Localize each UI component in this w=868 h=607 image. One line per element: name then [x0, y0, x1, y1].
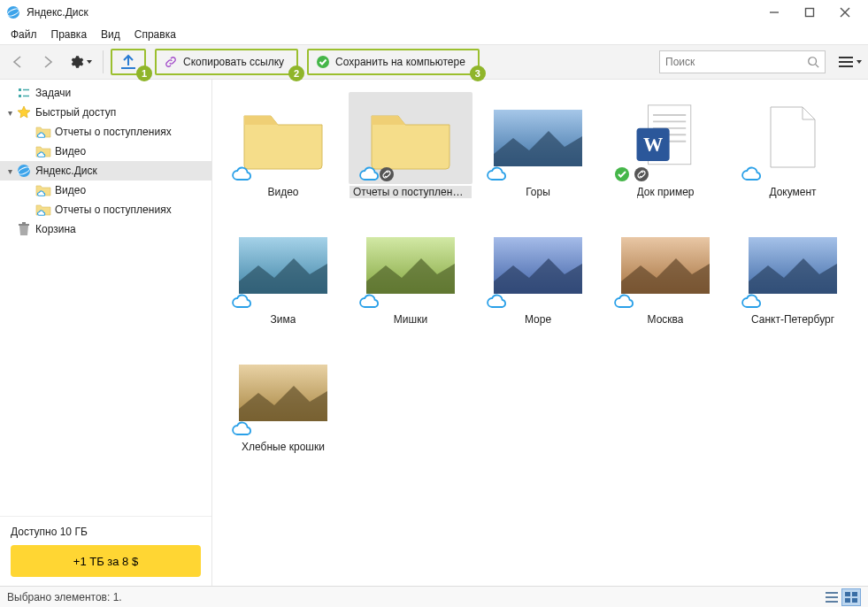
- tree-item-qa-video[interactable]: Видео: [0, 142, 211, 161]
- search-icon: [807, 56, 819, 68]
- tree-item-yd-reports[interactable]: Отчеты о поступлениях: [0, 200, 211, 219]
- tree-item-quick[interactable]: ▾Быстрый доступ: [0, 103, 211, 122]
- file-item[interactable]: Море: [476, 219, 600, 326]
- titlebar: Яндекс.Диск: [0, 0, 868, 25]
- folder-cloud-icon: [35, 143, 51, 159]
- view-mode-menu[interactable]: [838, 56, 863, 68]
- svg-rect-14: [19, 88, 21, 91]
- buy-storage-button[interactable]: +1 ТБ за 8 $: [11, 545, 201, 577]
- tasks-icon: [16, 85, 32, 101]
- thumbnail: [476, 92, 600, 184]
- cloud-icon: [232, 294, 253, 310]
- synced-icon: [614, 166, 630, 182]
- tree-item-yadisk[interactable]: ▾Яндекс.Диск: [0, 161, 211, 181]
- disk-icon: [16, 163, 32, 179]
- thumbnail: [221, 92, 345, 184]
- svg-line-10: [816, 65, 819, 68]
- svg-rect-21: [22, 222, 26, 224]
- toolbar-action-upload[interactable]: 1: [111, 49, 146, 75]
- chevron-down-icon[interactable]: ▾: [4, 108, 16, 118]
- back-button[interactable]: [5, 50, 30, 74]
- cloud-icon: [232, 166, 253, 182]
- svg-rect-20: [19, 224, 29, 226]
- tree-item-trash[interactable]: Корзина: [0, 219, 211, 239]
- tree-item-tasks[interactable]: Задачи: [0, 83, 211, 103]
- tree-item-yd-video[interactable]: Видео: [0, 181, 211, 200]
- statusbar: Выбрано элементов: 1.: [0, 586, 868, 607]
- file-item[interactable]: Документ: [731, 92, 855, 198]
- toolbar-action-скопировать-ссылку[interactable]: Скопировать ссылку2: [155, 49, 298, 75]
- thumbnail: [349, 219, 472, 311]
- toolbar: 1Скопировать ссылку2Сохранить на компьют…: [0, 44, 868, 80]
- toolbar-action-сохранить-на-компьютере[interactable]: Сохранить на компьютере3: [307, 49, 480, 75]
- menu-item-0[interactable]: Файл: [4, 27, 44, 42]
- file-item[interactable]: Отчеты о поступлениях: [349, 92, 472, 198]
- file-label: Мишки: [394, 313, 427, 326]
- tree-item-label: Корзина: [35, 223, 76, 235]
- file-item[interactable]: Мишки: [349, 219, 472, 326]
- folder-cloud-icon: [35, 182, 51, 198]
- file-item[interactable]: WДок пример: [603, 92, 727, 198]
- tree-item-label: Видео: [55, 184, 86, 196]
- svg-rect-42: [826, 601, 838, 603]
- menu-item-3[interactable]: Справка: [127, 27, 183, 42]
- trash-icon: [16, 221, 32, 237]
- svg-rect-40: [826, 592, 838, 594]
- close-button[interactable]: [827, 0, 863, 25]
- thumbnail: [603, 219, 727, 311]
- thumbnail: [349, 92, 472, 184]
- thumbnail: [731, 92, 855, 184]
- file-item[interactable]: Москва: [603, 219, 727, 326]
- shared-link-icon: [634, 166, 649, 182]
- tree-item-label: Задачи: [35, 87, 71, 99]
- tree-item-label: Быстрый доступ: [35, 106, 116, 119]
- menu-item-1[interactable]: Правка: [44, 27, 95, 42]
- svg-rect-41: [826, 596, 838, 598]
- svg-rect-15: [19, 95, 21, 97]
- cloud-icon: [359, 294, 380, 310]
- settings-button[interactable]: [65, 50, 96, 74]
- folder-cloud-icon: [35, 124, 51, 140]
- tree-item-label: Отчеты о поступлениях: [55, 126, 172, 138]
- status-text: Выбрано элементов: 1.: [7, 591, 122, 603]
- file-item[interactable]: Зима: [221, 219, 345, 326]
- cloud-icon: [359, 166, 380, 182]
- maximize-button[interactable]: [792, 0, 827, 25]
- thumbnail: [731, 219, 855, 311]
- file-item[interactable]: Видео: [221, 92, 345, 198]
- step-badge-3: 3: [470, 65, 486, 81]
- forward-button[interactable]: [35, 50, 60, 74]
- file-label: Горы: [526, 186, 550, 198]
- thumbnail: [221, 219, 345, 311]
- svg-rect-46: [852, 598, 857, 603]
- chevron-down-icon[interactable]: ▾: [4, 166, 16, 176]
- tree-item-qa-reports[interactable]: Отчеты о поступлениях: [0, 122, 211, 142]
- tree-item-label: Отчеты о поступлениях: [55, 204, 172, 216]
- storage-label: Доступно 10 ГБ: [11, 526, 201, 538]
- file-item[interactable]: Хлебные крошки: [221, 347, 345, 453]
- search-input[interactable]: [665, 56, 807, 68]
- star-icon: [16, 104, 32, 120]
- minimize-button[interactable]: [757, 0, 792, 25]
- file-label: Хлебные крошки: [242, 441, 325, 453]
- shared-link-icon: [379, 166, 395, 182]
- menu-item-2[interactable]: Вид: [94, 27, 127, 42]
- cloud-icon: [614, 294, 635, 310]
- tree-item-label: Яндекс.Диск: [35, 165, 97, 177]
- tree-item-label: Видео: [55, 145, 86, 158]
- view-details-button[interactable]: [822, 588, 841, 606]
- file-item[interactable]: Санкт-Петербург: [731, 219, 855, 326]
- file-item[interactable]: Горы: [476, 92, 600, 198]
- svg-rect-44: [852, 592, 857, 596]
- svg-rect-43: [845, 592, 850, 596]
- step-badge-2: 2: [288, 65, 304, 81]
- file-label: Видео: [267, 186, 298, 198]
- view-icons-button[interactable]: [841, 588, 861, 606]
- search-box[interactable]: [659, 50, 826, 73]
- cloud-icon: [232, 421, 253, 437]
- content-area[interactable]: ВидеоОтчеты о поступленияхГорыWДок приме…: [212, 80, 868, 586]
- app-icon: [5, 4, 21, 20]
- step-badge-1: 1: [136, 65, 152, 81]
- thumbnail: W: [603, 92, 727, 184]
- svg-rect-3: [806, 9, 814, 17]
